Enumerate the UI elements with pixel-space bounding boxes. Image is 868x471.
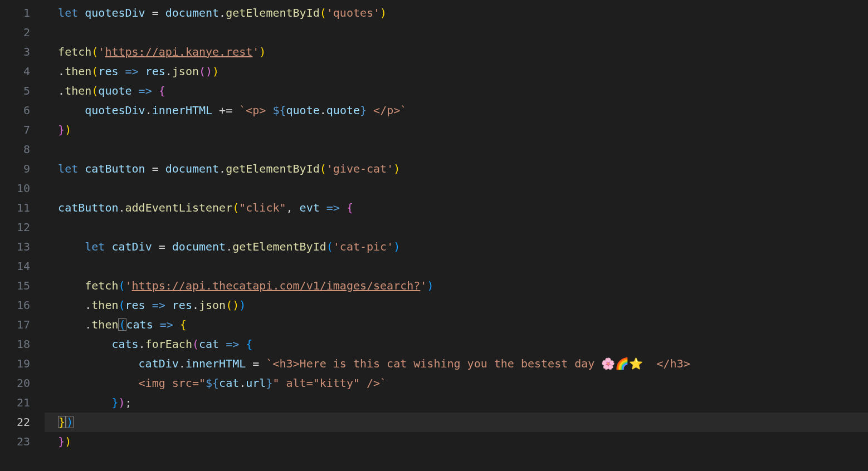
line-number: 11 — [0, 198, 30, 218]
line-number: 4 — [0, 62, 30, 81]
code-line[interactable]: .then(res => res.json()) — [45, 296, 868, 315]
code-line[interactable]: .then(res => res.json()) — [45, 62, 868, 81]
line-number: 18 — [0, 335, 30, 354]
code-area[interactable]: let quotesDiv = document.getElementById(… — [45, 0, 868, 471]
line-number: 10 — [0, 179, 30, 198]
code-line[interactable]: .then(quote => { — [45, 81, 868, 101]
line-number: 2 — [0, 23, 30, 42]
code-line[interactable] — [45, 218, 868, 237]
code-line[interactable]: catButton.addEventListener("click", evt … — [45, 198, 868, 218]
line-number: 14 — [0, 257, 30, 276]
code-line[interactable] — [45, 257, 868, 276]
line-number: 17 — [0, 315, 30, 335]
code-line[interactable]: }) — [45, 413, 868, 432]
code-editor[interactable]: 1 2 3 4 5 6 7 8 9 10 11 12 13 14 15 16 1… — [0, 0, 868, 471]
code-line[interactable]: let quotesDiv = document.getElementById(… — [45, 3, 868, 23]
code-line[interactable]: quotesDiv.innerHTML += `<p> ${quote.quot… — [45, 101, 868, 120]
line-number: 3 — [0, 42, 30, 62]
code-line[interactable]: cats.forEach(cat => { — [45, 335, 868, 354]
line-number-gutter: 1 2 3 4 5 6 7 8 9 10 11 12 13 14 15 16 1… — [0, 0, 45, 471]
line-number: 6 — [0, 101, 30, 120]
line-number: 23 — [0, 432, 30, 452]
line-number: 19 — [0, 354, 30, 374]
code-line[interactable]: .then(cats => { — [45, 315, 868, 335]
line-number: 7 — [0, 120, 30, 140]
code-line[interactable]: let catButton = document.getElementById(… — [45, 159, 868, 179]
line-number: 13 — [0, 237, 30, 257]
code-line[interactable]: <img src="${cat.url}" alt="kitty" />` — [45, 374, 868, 393]
url-link[interactable]: https://api.kanye.rest — [105, 45, 252, 58]
code-line[interactable]: fetch('https://api.kanye.rest') — [45, 42, 868, 62]
code-line[interactable]: fetch('https://api.thecatapi.com/v1/imag… — [45, 276, 868, 296]
line-number: 8 — [0, 140, 30, 159]
code-line[interactable]: }) — [45, 120, 868, 140]
code-line[interactable]: catDiv.innerHTML = `<h3>Here is this cat… — [45, 354, 868, 374]
bracket-match-icon: ( — [118, 318, 126, 331]
code-line[interactable]: }) — [45, 432, 868, 452]
line-number: 16 — [0, 296, 30, 315]
line-number: 5 — [0, 81, 30, 101]
code-line[interactable]: let catDiv = document.getElementById('ca… — [45, 237, 868, 257]
line-number: 15 — [0, 276, 30, 296]
bracket-match-icon: } — [58, 416, 66, 428]
code-line[interactable] — [45, 179, 868, 198]
line-number: 20 — [0, 374, 30, 393]
code-line[interactable]: }); — [45, 393, 868, 413]
code-line[interactable] — [45, 140, 868, 159]
line-number: 22 — [0, 413, 30, 432]
line-number: 9 — [0, 159, 30, 179]
url-link[interactable]: https://api.thecatapi.com/v1/images/sear… — [132, 279, 421, 292]
line-number: 21 — [0, 393, 30, 413]
bracket-match-icon: ) — [66, 416, 74, 428]
line-number: 12 — [0, 218, 30, 237]
code-line[interactable] — [45, 23, 868, 42]
line-number: 1 — [0, 3, 30, 23]
